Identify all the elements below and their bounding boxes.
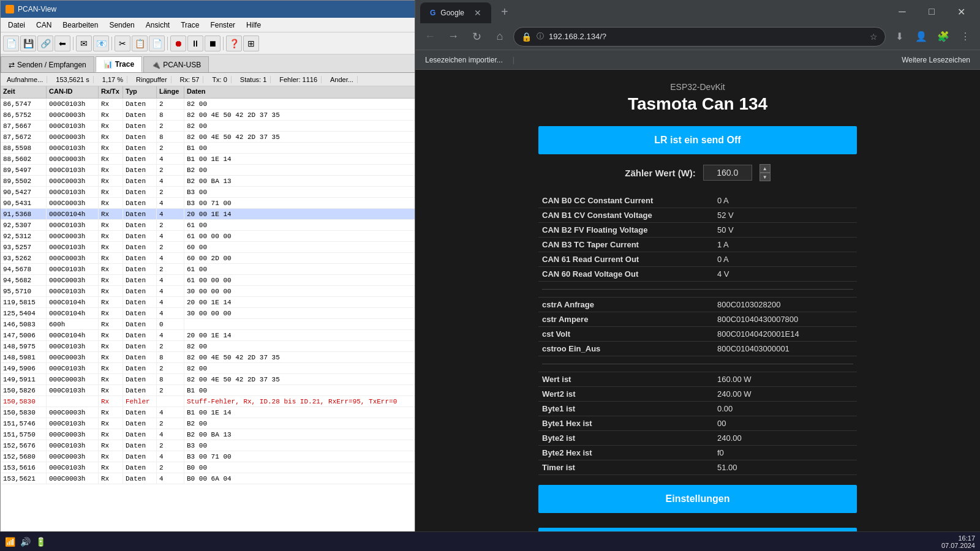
menu-ansicht[interactable]: Ansicht bbox=[141, 20, 175, 31]
toolbar-copy-btn[interactable]: 📋 bbox=[132, 36, 148, 51]
table-row[interactable]: 152,5676 000C0103h Rx Daten 2 B3 00 bbox=[1, 440, 416, 451]
main-action-btn[interactable]: LR ist ein send Off bbox=[538, 126, 857, 154]
table-row[interactable]: 94,5682 000C0003h Rx Daten 4 61 00 00 00 bbox=[1, 275, 416, 286]
einstellungen-btn[interactable]: Einstellungen bbox=[538, 485, 857, 513]
toolbar-record-btn[interactable]: ⏺ bbox=[170, 36, 186, 51]
toolbar-link-btn[interactable]: 🔗 bbox=[37, 36, 53, 51]
toolbar-sep3 bbox=[167, 37, 168, 50]
table-row[interactable]: 148,5975 000C0103h Rx Daten 2 82 00 bbox=[1, 341, 416, 352]
menu-hilfe[interactable]: Hilfe bbox=[241, 20, 266, 31]
table-row[interactable]: 88,5602 000C0003h Rx Daten 4 B1 00 1E 14 bbox=[1, 154, 416, 165]
table-row[interactable]: 150,5830 Rx Fehler Stuff-Fehler, Rx, ID.… bbox=[1, 396, 416, 407]
table-row[interactable]: 93,5257 000C0103h Rx Daten 2 60 00 bbox=[1, 242, 416, 253]
downloads-btn[interactable]: ⬇ bbox=[889, 27, 909, 47]
minimize-btn[interactable]: ─ bbox=[888, 2, 916, 21]
data-table-row: cstroo Ein_Aus 800C010403000001 bbox=[538, 342, 857, 356]
table-row[interactable]: 146,5083 600h Rx Daten 0 bbox=[1, 319, 416, 330]
table-row[interactable]: 152,5680 000C0003h Rx Daten 4 B3 00 71 0… bbox=[1, 451, 416, 462]
menu-can[interactable]: CAN bbox=[31, 20, 56, 31]
profile-btn[interactable]: 👤 bbox=[911, 27, 931, 47]
table-row[interactable]: 148,5981 000C0003h Rx Daten 8 82 00 4E 5… bbox=[1, 352, 416, 363]
pcan-table-body[interactable]: 86,5747 000C0103h Rx Daten 2 82 00 86,57… bbox=[1, 99, 416, 536]
toolbar-extra-btn[interactable]: ⊞ bbox=[243, 36, 259, 51]
table-row[interactable]: 87,5667 000C0103h Rx Daten 2 82 00 bbox=[1, 121, 416, 132]
td-typ: Daten bbox=[123, 352, 157, 362]
toolbar-email-btn[interactable]: ✉ bbox=[76, 36, 92, 51]
data-value: 240.00 bbox=[714, 431, 857, 446]
toolbar-disconnect-btn[interactable]: ⬅ bbox=[55, 36, 70, 51]
google-favicon: G bbox=[430, 9, 435, 17]
menu-btn[interactable]: ⋮ bbox=[956, 27, 975, 47]
table-row[interactable]: 86,5752 000C0003h Rx Daten 8 82 00 4E 50… bbox=[1, 110, 416, 121]
menu-trace[interactable]: Trace bbox=[176, 20, 204, 31]
forward-btn[interactable]: → bbox=[443, 27, 463, 47]
bookmark-more[interactable]: Weitere Lesezeichen bbox=[897, 53, 975, 67]
table-row[interactable]: 89,5497 000C0103h Rx Daten 2 B2 00 bbox=[1, 165, 416, 176]
maximize-btn[interactable]: □ bbox=[918, 2, 946, 21]
toolbar-email2-btn[interactable]: 📧 bbox=[93, 36, 109, 51]
tab-send-receive[interactable]: ⇄ Senden / Empfangen bbox=[1, 56, 94, 72]
zaehler-input[interactable] bbox=[703, 165, 752, 181]
table-row[interactable]: 86,5747 000C0103h Rx Daten 2 82 00 bbox=[1, 99, 416, 110]
menu-datei[interactable]: Datei bbox=[3, 20, 30, 31]
refresh-btn[interactable]: ↻ bbox=[467, 27, 486, 47]
tab-trace[interactable]: 📊 Trace bbox=[96, 56, 142, 72]
table-row[interactable]: 150,5830 000C0003h Rx Daten 4 B1 00 1E 1… bbox=[1, 407, 416, 418]
table-row[interactable]: 147,5006 000C0104h Rx Daten 4 20 00 1E 1… bbox=[1, 330, 416, 341]
table-row[interactable]: 95,5710 000C0103h Rx Daten 4 30 00 00 00 bbox=[1, 286, 416, 297]
table-row[interactable]: 92,5312 000C0003h Rx Daten 4 61 00 00 00 bbox=[1, 231, 416, 242]
td-laenge: 4 bbox=[157, 176, 184, 186]
toolbar-pause-btn[interactable]: ⏸ bbox=[187, 36, 203, 51]
address-bar[interactable]: 🔒 ⓘ 192.168.2.134/? ☆ bbox=[513, 27, 886, 47]
table-row[interactable]: 119,5815 000C0104h Rx Daten 4 20 00 1E 1… bbox=[1, 297, 416, 308]
toolbar-paste-btn[interactable]: 📄 bbox=[149, 36, 165, 51]
table-row[interactable]: 87,5672 000C0003h Rx Daten 8 82 00 4E 50… bbox=[1, 132, 416, 143]
toolbar-cut-btn[interactable]: ✂ bbox=[115, 36, 130, 51]
menu-fenster[interactable]: Fenster bbox=[205, 20, 240, 31]
toolbar-stop-btn[interactable]: ⏹ bbox=[205, 36, 221, 51]
table-row[interactable]: 149,5911 000C0003h Rx Daten 8 82 00 4E 5… bbox=[1, 374, 416, 385]
table-row[interactable]: 90,5427 000C0103h Rx Daten 2 B3 00 bbox=[1, 187, 416, 198]
data-label: CAN B3 TC Taper Current bbox=[538, 238, 714, 252]
td-rxtx: Rx bbox=[99, 220, 123, 230]
toolbar-save-btn[interactable]: 💾 bbox=[20, 36, 36, 51]
new-tab-btn[interactable]: + bbox=[496, 2, 513, 21]
esp-subtitle: ESP32-DevKit bbox=[538, 82, 857, 92]
home-btn[interactable]: ⌂ bbox=[490, 27, 510, 47]
toolbar-help-btn[interactable]: ❓ bbox=[226, 36, 242, 51]
table-row[interactable]: 151,5746 000C0103h Rx Daten 2 B2 00 bbox=[1, 418, 416, 429]
menu-senden[interactable]: Senden bbox=[104, 20, 139, 31]
spinner-down-btn[interactable]: ▼ bbox=[760, 173, 771, 181]
table-row[interactable]: 90,5431 000C0003h Rx Daten 4 B3 00 71 00 bbox=[1, 198, 416, 209]
td-rxtx: Rx bbox=[99, 275, 123, 285]
extensions-btn[interactable]: 🧩 bbox=[933, 27, 953, 47]
table-row[interactable]: 149,5906 000C0103h Rx Daten 2 82 00 bbox=[1, 363, 416, 374]
td-zeit: 95,5710 bbox=[1, 286, 47, 296]
td-daten: Stuff-Fehler, Rx, ID.28 bis ID.21, RxErr… bbox=[184, 396, 416, 407]
tab-close-btn[interactable]: ✕ bbox=[474, 8, 481, 18]
data-table-row: CAN 60 Read Voltage Out 4 V bbox=[538, 267, 857, 282]
table-row[interactable]: 151,5750 000C0003h Rx Daten 4 B2 00 BA 1… bbox=[1, 429, 416, 440]
close-btn[interactable]: ✕ bbox=[947, 2, 975, 21]
table-row[interactable]: 92,5307 000C0103h Rx Daten 2 61 00 bbox=[1, 220, 416, 231]
bookmark-import[interactable]: Lesezeichen importier... bbox=[420, 53, 508, 67]
menu-bearbeiten[interactable]: Bearbeiten bbox=[58, 20, 103, 31]
tab-pcan-usb[interactable]: 🔌 PCAN-USB bbox=[143, 56, 209, 72]
table-row[interactable]: 91,5368 000C0104h Rx Daten 4 20 00 1E 14 bbox=[1, 209, 416, 220]
spinner-up-btn[interactable]: ▲ bbox=[760, 164, 771, 173]
star-icon[interactable]: ☆ bbox=[870, 32, 878, 42]
table-row[interactable]: 125,5404 000C0104h Rx Daten 4 30 00 00 0… bbox=[1, 308, 416, 319]
data-label: Byte1 Hex ist bbox=[538, 416, 714, 431]
toolbar-new-btn[interactable]: 📄 bbox=[3, 36, 19, 51]
table-row[interactable]: 153,5621 000C0003h Rx Daten 4 B0 00 6A 0… bbox=[1, 473, 416, 484]
table-row[interactable]: 88,5598 000C0103h Rx Daten 2 B1 00 bbox=[1, 143, 416, 154]
table-row[interactable]: 150,5826 000C0103h Rx Daten 2 B1 00 bbox=[1, 385, 416, 396]
back-btn[interactable]: ← bbox=[420, 27, 440, 47]
browser-tab[interactable]: G Google ✕ bbox=[420, 2, 491, 23]
table-row[interactable]: 93,5262 000C0003h Rx Daten 4 60 00 2D 00 bbox=[1, 253, 416, 264]
table-row[interactable]: 153,5616 000C0103h Rx Daten 2 B0 00 bbox=[1, 462, 416, 473]
table-row[interactable]: 94,5678 000C0103h Rx Daten 2 61 00 bbox=[1, 264, 416, 275]
td-zeit: 87,5667 bbox=[1, 121, 47, 131]
td-canid: 000C0003h bbox=[47, 198, 99, 208]
table-row[interactable]: 89,5502 000C0003h Rx Daten 4 B2 00 BA 13 bbox=[1, 176, 416, 187]
